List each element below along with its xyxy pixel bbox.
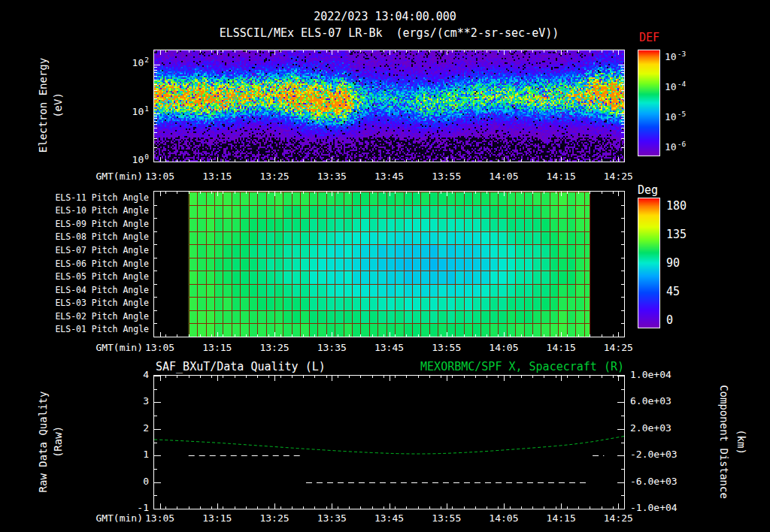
time-tick-label: 13:55 bbox=[427, 513, 466, 524]
time-tick-label: 14:15 bbox=[541, 343, 581, 354]
quality-tick-label: 4 bbox=[113, 370, 149, 381]
distance-ylabel-units: (km) bbox=[735, 359, 747, 524]
time-tick-label: 14:15 bbox=[541, 171, 581, 183]
time-tick-label: 13:55 bbox=[427, 343, 466, 354]
quality-tick-label: -1 bbox=[113, 503, 149, 514]
time-tick-label: 14:25 bbox=[599, 171, 638, 183]
spectrogram-title: ELSSCIL/MEx ELS-07 LR-Bk (ergs/(cm**2-sr… bbox=[154, 27, 624, 40]
def-colorbar-canvas bbox=[638, 50, 660, 156]
distance-tick-label: 2.0e+03 bbox=[630, 423, 696, 434]
pitch-row-label: ELS-08 Pitch Angle bbox=[27, 232, 149, 242]
timeseries-canvas bbox=[153, 375, 625, 509]
time-tick-label: 13:25 bbox=[255, 171, 294, 183]
quality-ylabel: Raw Data Quality bbox=[37, 359, 49, 524]
time-tick-label: 14:15 bbox=[541, 513, 581, 524]
time-tick-label: 13:35 bbox=[312, 513, 351, 524]
def-tick-label: 10-5 bbox=[665, 112, 713, 123]
quality-tick-label: 3 bbox=[113, 396, 149, 407]
science-plot-screen: 2022/023 13:04:00.000 ELSSCIL/MEx ELS-07… bbox=[0, 0, 770, 532]
deg-tick-label: 0 bbox=[666, 314, 702, 327]
spacecraft-series-title: MEXORBMC/SPF X, Spacecraft (R) bbox=[391, 361, 624, 373]
energy-tick-label: 102 bbox=[114, 58, 149, 69]
energy-tick-label: 101 bbox=[114, 107, 149, 118]
pitch-row-label: ELS-06 Pitch Angle bbox=[27, 259, 149, 269]
electron-spectrogram-canvas bbox=[153, 50, 625, 162]
quality-tick-label: 2 bbox=[113, 423, 149, 434]
pitch-row-label: ELS-01 Pitch Angle bbox=[27, 325, 149, 334]
pitch-row-label: ELS-02 Pitch Angle bbox=[27, 312, 149, 322]
pitch-angle-canvas bbox=[153, 191, 625, 337]
energy-tick-label: 100 bbox=[114, 155, 149, 166]
pitch-row-label: ELS-10 Pitch Angle bbox=[27, 206, 149, 216]
deg-colorbar-title: Deg bbox=[638, 184, 658, 197]
distance-tick-label: -6.0e+03 bbox=[630, 476, 696, 488]
pitch-row-label: ELS-07 Pitch Angle bbox=[27, 246, 149, 255]
time-tick-label: 14:05 bbox=[484, 171, 523, 183]
time-tick-label: 13:35 bbox=[312, 171, 351, 183]
time-tick-label: 13:45 bbox=[370, 343, 409, 354]
def-colorbar-title: DEF bbox=[639, 32, 659, 44]
time-tick-label: 13:15 bbox=[198, 171, 237, 183]
gmt-axis-label-3: GMT(min) bbox=[71, 513, 143, 524]
time-tick-label: 13:25 bbox=[255, 343, 294, 354]
pitch-row-label: ELS-11 Pitch Angle bbox=[27, 193, 149, 203]
deg-tick-label: 135 bbox=[666, 228, 702, 241]
distance-tick-label: 1.0e+04 bbox=[630, 370, 696, 381]
quality-tick-label: 1 bbox=[113, 449, 149, 461]
quality-ylabel-units: (Raw) bbox=[52, 359, 64, 524]
distance-tick-label: -2.0e+03 bbox=[630, 449, 696, 461]
quality-series-title: SAF_BXuT/Data Quality (L) bbox=[156, 361, 326, 373]
distance-tick-label: 6.0e+03 bbox=[630, 396, 696, 407]
time-tick-label: 14:05 bbox=[484, 513, 523, 524]
time-tick-label: 13:45 bbox=[370, 513, 409, 524]
deg-tick-label: 45 bbox=[666, 286, 702, 298]
time-tick-label: 14:25 bbox=[599, 513, 638, 524]
time-tick-label: 13:05 bbox=[141, 513, 180, 524]
pitch-row-label: ELS-03 Pitch Angle bbox=[27, 298, 149, 308]
deg-colorbar-canvas bbox=[638, 198, 660, 328]
time-tick-label: 13:15 bbox=[198, 343, 237, 354]
spectrogram-ylabel: Electron Energy bbox=[37, 23, 49, 188]
def-tick-label: 10-4 bbox=[665, 82, 713, 93]
time-tick-label: 13:55 bbox=[427, 171, 466, 183]
pitch-row-label: ELS-09 Pitch Angle bbox=[27, 219, 149, 229]
time-tick-label: 13:05 bbox=[141, 343, 180, 354]
page-title: 2022/023 13:04:00.000 bbox=[0, 11, 770, 23]
time-tick-label: 14:25 bbox=[599, 343, 638, 354]
time-tick-label: 13:35 bbox=[312, 343, 351, 354]
time-tick-label: 13:15 bbox=[198, 513, 237, 524]
spectrogram-ylabel-units: (eV) bbox=[52, 23, 64, 188]
time-tick-label: 14:05 bbox=[484, 343, 523, 354]
quality-tick-label: 0 bbox=[113, 476, 149, 488]
distance-ylabel: Component Distance bbox=[718, 359, 730, 524]
time-tick-label: 13:45 bbox=[370, 171, 409, 183]
gmt-axis-label-1: GMT(min) bbox=[71, 171, 143, 183]
pitch-row-label: ELS-04 Pitch Angle bbox=[27, 286, 149, 295]
def-tick-label: 10-3 bbox=[665, 52, 713, 63]
distance-tick-label: -1.0e+04 bbox=[630, 503, 696, 514]
deg-tick-label: 90 bbox=[666, 257, 702, 270]
gmt-axis-label-2: GMT(min) bbox=[71, 343, 143, 354]
pitch-row-label: ELS-05 Pitch Angle bbox=[27, 272, 149, 282]
time-tick-label: 13:25 bbox=[255, 513, 294, 524]
time-tick-label: 13:05 bbox=[141, 171, 180, 183]
deg-tick-label: 180 bbox=[666, 200, 702, 213]
def-tick-label: 10-6 bbox=[665, 142, 713, 153]
